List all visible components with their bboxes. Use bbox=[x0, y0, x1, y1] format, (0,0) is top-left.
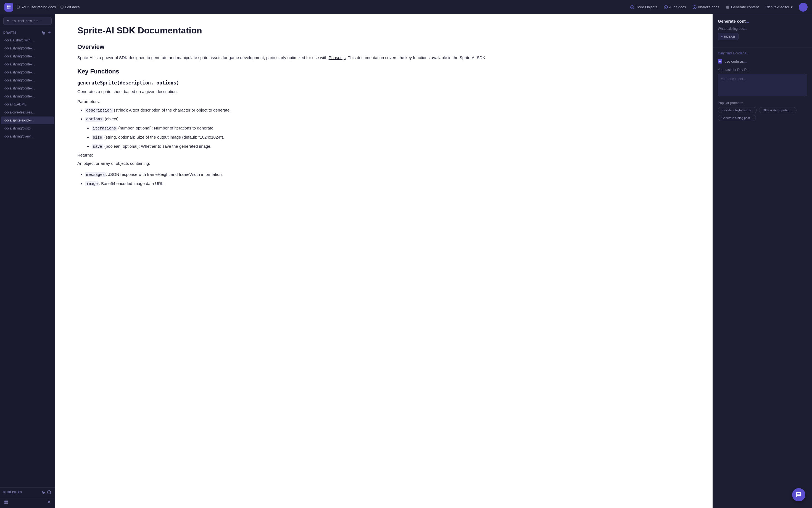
user-avatar[interactable] bbox=[799, 3, 808, 12]
parameters-label: Parameters: bbox=[77, 99, 696, 104]
use-code-label: use code as... bbox=[724, 59, 747, 64]
svg-rect-1 bbox=[9, 5, 10, 7]
drafts-section-header: DRAFTS bbox=[0, 28, 55, 36]
search-published-button[interactable] bbox=[41, 490, 46, 495]
add-draft-button[interactable] bbox=[47, 30, 52, 35]
sidebar-item-sprite-ai[interactable]: docs/sprite-ai-sdk-... ⋮ bbox=[1, 117, 54, 124]
sidebar-item-core-features[interactable]: docs/core-features... ⋮ bbox=[1, 109, 54, 116]
code-file-tag[interactable]: index.js bbox=[718, 33, 738, 40]
parameters-list: description (string): A text description… bbox=[77, 107, 696, 150]
sidebar-item-styling-custom[interactable]: docs/styling/custo... ⋮ bbox=[1, 125, 54, 132]
svg-rect-8 bbox=[6, 501, 8, 502]
published-title: Published bbox=[3, 491, 22, 494]
nav-generate-content[interactable]: Generate content bbox=[723, 3, 762, 11]
returns-list: messages: JSON response with frameHeight… bbox=[77, 171, 696, 187]
sidebar-item-draft-4[interactable]: docs/styling/contex... ⋮ bbox=[1, 60, 54, 68]
popular-prompts-title: Popular prompts: bbox=[718, 101, 807, 105]
sidebar-bottom bbox=[0, 497, 55, 508]
generate-sprite-heading: generateSprite(description, options) bbox=[77, 80, 696, 86]
svg-rect-2 bbox=[7, 7, 8, 8]
header: Your user-facing docs / Edit docs Code O… bbox=[0, 0, 812, 14]
use-code-checkbox[interactable] bbox=[718, 59, 722, 64]
prompt-chip-1[interactable]: Provide a high-level o... bbox=[718, 107, 757, 113]
cant-find-text: Can't find a codeba... bbox=[718, 51, 807, 55]
svg-point-6 bbox=[693, 5, 696, 8]
nav-audit-docs[interactable]: Audit docs bbox=[661, 3, 689, 11]
param-size: size (string, optional): Size of the out… bbox=[92, 134, 696, 141]
branch-selector: my_cool_new_dra... bbox=[0, 14, 55, 28]
drafts-title: DRAFTS bbox=[3, 31, 16, 34]
rich-text-editor-button[interactable]: Rich text editor ▾ bbox=[763, 3, 796, 11]
right-panel-header: Generate cont... What existing doc... in… bbox=[713, 14, 812, 47]
app-logo bbox=[4, 3, 13, 12]
published-header: Published bbox=[3, 490, 52, 495]
document-content: Sprite-AI SDK Documentation Overview Spr… bbox=[55, 14, 713, 508]
sidebar-item-draft-6[interactable]: docs/styling/contex... ⋮ bbox=[1, 77, 54, 84]
svg-rect-10 bbox=[6, 503, 8, 504]
key-functions-heading: Key Functions bbox=[77, 68, 696, 75]
main-layout: my_cool_new_dra... DRAFTS docs/a_draft_w… bbox=[0, 14, 812, 508]
sidebar: my_cool_new_dra... DRAFTS docs/a_draft_w… bbox=[0, 14, 55, 508]
use-code-checkbox-row: use code as... bbox=[718, 59, 807, 64]
right-panel: Generate cont... What existing doc... in… bbox=[713, 14, 812, 508]
code-file-dot bbox=[721, 36, 723, 37]
header-nav: Code Objects Audit docs Analyze docs Gen… bbox=[627, 3, 808, 12]
prompt-chip-2[interactable]: Offer a step-by-step ... bbox=[759, 107, 796, 113]
nav-analyze-docs[interactable]: Analyze docs bbox=[690, 3, 722, 11]
overview-heading: Overview bbox=[77, 43, 696, 50]
right-panel-subtitle: What existing doc... bbox=[718, 27, 807, 31]
nav-code-objects[interactable]: Code Objects bbox=[627, 3, 660, 11]
param-iterations: iterations (number, optional): Number of… bbox=[92, 125, 696, 132]
published-actions bbox=[41, 490, 52, 495]
sidebar-item-draft-2[interactable]: docs/styling/contex... ⋮ bbox=[1, 44, 54, 52]
sidebar-item-draft-3[interactable]: docs/styling/contex... ⋮ bbox=[1, 52, 54, 60]
sidebar-item-readme[interactable]: docs/README ⋮ bbox=[1, 100, 54, 108]
param-options: options (object): iterations (number, op… bbox=[85, 115, 696, 150]
sidebar-item-draft-1[interactable]: docs/a_draft_with_... ⋮ bbox=[1, 36, 54, 44]
param-save: save (boolean, optional): Whether to sav… bbox=[92, 143, 696, 150]
options-sublist: iterations (number, optional): Number of… bbox=[85, 125, 696, 150]
right-panel-title: Generate cont... bbox=[718, 19, 807, 24]
overview-paragraph: Sprite-AI is a powerful SDK designed to … bbox=[77, 54, 696, 61]
right-panel-body: Can't find a codeba... use code as... Yo… bbox=[713, 47, 812, 508]
param-description: description (string): A text description… bbox=[85, 107, 696, 114]
sidebar-item-draft-5[interactable]: docs/styling/contex... ⋮ bbox=[1, 69, 54, 76]
sidebar-item-draft-7[interactable]: docs/styling/contex... ⋮ bbox=[1, 84, 54, 92]
github-button[interactable] bbox=[47, 490, 52, 495]
drafts-list: docs/a_draft_with_... ⋮ docs/styling/con… bbox=[0, 36, 55, 486]
return-messages: messages: JSON response with frameHeight… bbox=[85, 171, 696, 178]
task-textarea[interactable] bbox=[718, 74, 807, 96]
svg-rect-7 bbox=[4, 501, 6, 502]
svg-rect-3 bbox=[9, 7, 10, 8]
drafts-actions bbox=[41, 30, 52, 35]
chat-fab-button[interactable] bbox=[792, 488, 805, 501]
svg-rect-0 bbox=[7, 5, 8, 7]
returns-desc: An object or array of objects containing… bbox=[77, 160, 696, 167]
sidebar-bottom-icons bbox=[3, 500, 9, 506]
svg-point-5 bbox=[664, 5, 667, 8]
breadcrumb-separator: / bbox=[57, 5, 58, 9]
breadcrumb-edit[interactable]: Edit docs bbox=[60, 5, 80, 9]
breadcrumb: Your user-facing docs / Edit docs bbox=[16, 5, 80, 9]
prompt-chip-3[interactable]: Generate a blog post... bbox=[718, 115, 756, 121]
svg-point-4 bbox=[631, 5, 634, 8]
return-image: image: Base64 encoded image data URL. bbox=[85, 180, 696, 187]
generate-sprite-desc: Generates a sprite sheet based on a give… bbox=[77, 88, 696, 95]
search-drafts-button[interactable] bbox=[41, 30, 46, 35]
branch-button[interactable]: my_cool_new_dra... bbox=[3, 17, 52, 25]
prompt-chips: Provide a high-level o... Offer a step-b… bbox=[718, 107, 807, 123]
close-button[interactable] bbox=[46, 500, 52, 506]
doc-title: Sprite-AI SDK Documentation bbox=[77, 26, 696, 36]
returns-label: Returns: bbox=[77, 153, 696, 157]
grid-icon-button[interactable] bbox=[3, 500, 9, 506]
breadcrumb-docs[interactable]: Your user-facing docs bbox=[16, 5, 56, 9]
svg-rect-9 bbox=[4, 503, 6, 504]
sidebar-item-draft-8[interactable]: docs/styling/contex... ⋮ bbox=[1, 92, 54, 100]
chevron-down-icon: ▾ bbox=[791, 5, 793, 9]
task-label: Your task for Dev-D... bbox=[718, 68, 807, 72]
sidebar-item-styling-ovr[interactable]: docs/styling/overvi... ⋮ bbox=[1, 132, 54, 140]
published-section: Published bbox=[0, 487, 55, 497]
